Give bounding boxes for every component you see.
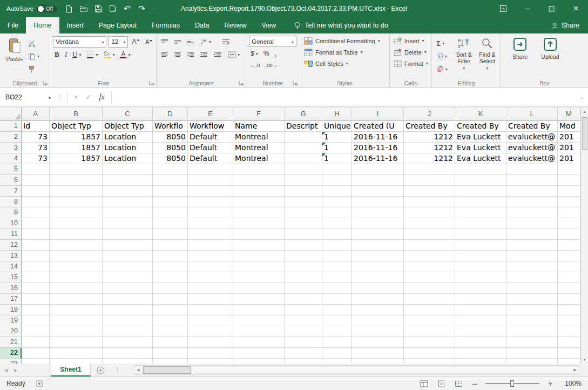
cell-A11[interactable] [22, 229, 50, 240]
row-header-10[interactable]: 10 [0, 218, 22, 229]
format-as-table-button[interactable]: Format as Table [303, 46, 388, 58]
cell-J6[interactable] [404, 175, 455, 186]
cell-F9[interactable] [233, 207, 285, 218]
cell-M12[interactable] [558, 240, 580, 251]
align-center-button[interactable] [172, 49, 183, 60]
cell-G1[interactable]: Descript [285, 121, 322, 132]
cell-D21[interactable] [153, 337, 188, 348]
cell-B5[interactable] [50, 164, 103, 175]
cell-J2[interactable]: 1212 [404, 132, 455, 143]
cell-C9[interactable] [103, 207, 153, 218]
tab-data[interactable]: Data [187, 17, 217, 33]
cell-H12[interactable] [322, 240, 352, 251]
cell-I2[interactable]: 2016-11-16 [352, 132, 404, 143]
cell-F21[interactable] [233, 337, 285, 348]
cell-D15[interactable] [153, 272, 188, 283]
cell-C18[interactable] [103, 305, 153, 315]
scroll-left-arrow[interactable]: ◀ [134, 366, 142, 374]
column-header-C[interactable]: C [103, 107, 153, 121]
cell-B15[interactable] [50, 272, 103, 283]
share-button-top[interactable]: Share [543, 17, 588, 33]
sort-filter-button[interactable]: AZ Sort & Filter [452, 35, 476, 78]
autosum-button[interactable]: Σ [435, 38, 452, 49]
font-size-combo[interactable]: 12 [109, 36, 128, 48]
italic-button[interactable]: I [63, 49, 69, 60]
cell-I12[interactable] [352, 240, 404, 251]
tab-formulas[interactable]: Formulas [144, 17, 187, 33]
cell-D23[interactable] [153, 359, 188, 364]
cell-J19[interactable] [404, 315, 455, 326]
macro-record-button[interactable] [36, 380, 43, 387]
zoom-out-button[interactable]: ─ [469, 380, 480, 388]
cell-J5[interactable] [404, 164, 455, 175]
cell-I11[interactable] [352, 229, 404, 240]
cell-K21[interactable] [455, 337, 506, 348]
tab-home[interactable]: Home [26, 17, 59, 33]
cell-K16[interactable] [455, 283, 506, 294]
row-header-16[interactable]: 16 [0, 283, 22, 294]
row-header-18[interactable]: 18 [0, 305, 22, 315]
format-painter-button[interactable] [26, 64, 41, 75]
cell-F23[interactable] [233, 359, 285, 364]
cell-K19[interactable] [455, 315, 506, 326]
zoom-in-button[interactable]: + [545, 380, 556, 388]
cell-C20[interactable] [103, 326, 153, 337]
row-header-1[interactable]: 1 [0, 121, 22, 132]
cell-B22[interactable] [50, 348, 103, 359]
cell-A12[interactable] [22, 240, 50, 251]
insert-function-button[interactable]: fx [99, 93, 105, 102]
column-header-I[interactable]: I [352, 107, 404, 121]
cell-C7[interactable] [103, 186, 153, 197]
cell-J4[interactable]: 1212 [404, 153, 455, 164]
vertical-scrollbar[interactable]: ▲ ▼ [580, 107, 588, 364]
cell-M20[interactable] [558, 326, 580, 337]
clear-button[interactable] [435, 64, 452, 75]
cell-L16[interactable] [506, 283, 558, 294]
cell-H14[interactable] [322, 261, 352, 272]
cell-C2[interactable]: Location [103, 132, 153, 143]
cell-D12[interactable] [153, 240, 188, 251]
redo-button[interactable]: ↷ [134, 0, 149, 17]
cell-J23[interactable] [404, 359, 455, 364]
cell-K7[interactable] [455, 186, 506, 197]
cell-K23[interactable] [455, 359, 506, 364]
bottom-align-button[interactable] [185, 36, 196, 47]
cell-A10[interactable] [22, 218, 50, 229]
cell-M17[interactable] [558, 294, 580, 305]
cell-G14[interactable] [285, 261, 322, 272]
cell-H8[interactable] [322, 197, 352, 207]
close-button[interactable]: × [564, 0, 588, 17]
cell-K15[interactable] [455, 272, 506, 283]
cell-I3[interactable]: 2016-11-16 [352, 143, 404, 153]
cell-A23[interactable] [22, 359, 50, 364]
cell-E3[interactable]: Default [188, 143, 233, 153]
cell-K4[interactable]: Eva Luckett [455, 153, 506, 164]
cell-C5[interactable] [103, 164, 153, 175]
row-header-7[interactable]: 7 [0, 186, 22, 197]
cell-D3[interactable]: 8050 [153, 143, 188, 153]
horizontal-scrollbar[interactable]: ◀ ▶ [134, 365, 579, 375]
cell-L15[interactable] [506, 272, 558, 283]
cell-I22[interactable] [352, 348, 404, 359]
cell-B2[interactable]: 1857 [50, 132, 103, 143]
tab-view[interactable]: View [254, 17, 283, 33]
cell-K13[interactable] [455, 251, 506, 261]
cell-M11[interactable] [558, 229, 580, 240]
cell-L6[interactable] [506, 175, 558, 186]
cell-A7[interactable] [22, 186, 50, 197]
column-header-J[interactable]: J [404, 107, 455, 121]
bold-button[interactable]: B [53, 49, 61, 60]
cell-K22[interactable] [455, 348, 506, 359]
cell-I7[interactable] [352, 186, 404, 197]
column-header-L[interactable]: L [506, 107, 558, 121]
cell-D14[interactable] [153, 261, 188, 272]
cell-I23[interactable] [352, 359, 404, 364]
cell-H21[interactable] [322, 337, 352, 348]
cell-L10[interactable] [506, 218, 558, 229]
row-header-9[interactable]: 9 [0, 207, 22, 218]
cell-K3[interactable]: Eva Luckett [455, 143, 506, 153]
cell-E6[interactable] [188, 175, 233, 186]
cell-C8[interactable] [103, 197, 153, 207]
cell-J1[interactable]: Created By [404, 121, 455, 132]
cell-K18[interactable] [455, 305, 506, 315]
